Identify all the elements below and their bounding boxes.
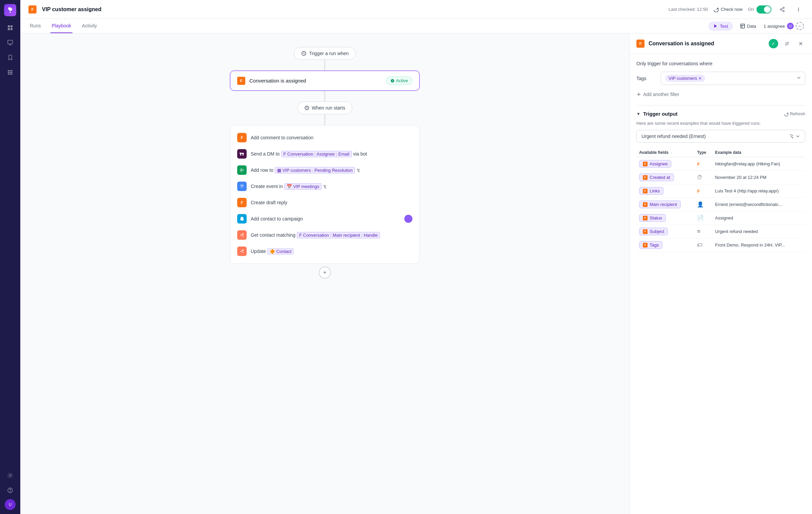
page-title: VIP customer assigned xyxy=(42,6,102,13)
field-tag-status[interactable]: FStatus xyxy=(639,214,666,222)
svg-point-14 xyxy=(9,475,11,476)
tab-activity[interactable]: Activity xyxy=(81,19,98,33)
trigger-node[interactable]: F Conversation is assigned Active xyxy=(230,71,420,91)
svg-point-16 xyxy=(10,492,10,492)
assignee-avatars: U xyxy=(786,22,794,30)
svg-point-9 xyxy=(9,72,11,73)
refresh-button[interactable]: Refresh xyxy=(784,111,805,116)
step-text-4: Create event in 📅 VIP meetings xyxy=(251,184,412,189)
step-send-dm[interactable]: Send a DM to F Conversation : Assignee :… xyxy=(230,146,419,162)
step-avatar-6 xyxy=(404,215,412,223)
when-run-starts-button[interactable]: When run starts xyxy=(297,101,353,114)
panel-expand-icon[interactable] xyxy=(782,39,792,48)
app-logo[interactable] xyxy=(4,4,16,16)
header-meta: Last checked: 12:50 Check now On xyxy=(669,4,804,15)
sidebar-item-grid[interactable] xyxy=(4,66,16,78)
check-now-button[interactable]: Check now xyxy=(713,7,742,12)
filter-value-container[interactable]: VIP customers ✕ xyxy=(661,72,805,85)
table-row: FLinks F Luis Test 4 (http://app.relay.a… xyxy=(636,184,805,198)
tab-runs[interactable]: Runs xyxy=(28,19,42,33)
svg-rect-31 xyxy=(240,153,242,154)
step-icon-hubspot-8 xyxy=(237,247,247,256)
share-icon[interactable] xyxy=(777,4,788,15)
step-create-event[interactable]: 31 Create event in 📅 VIP meetings xyxy=(230,178,419,194)
sidebar-item-play[interactable] xyxy=(4,22,16,34)
active-toggle[interactable] xyxy=(757,5,771,14)
svg-rect-2 xyxy=(8,28,10,30)
field-tag-assignee[interactable]: FAssignee xyxy=(639,160,671,168)
step-add-row[interactable]: Add row to ▦ VIP customers · Pending Res… xyxy=(230,162,419,178)
settings-icon[interactable] xyxy=(4,469,16,482)
type-icon-tags: 🏷 xyxy=(697,242,702,248)
svg-rect-30 xyxy=(243,153,244,156)
trigger-run-button[interactable]: Trigger a run when xyxy=(294,47,356,60)
main-area: F VIP customer assigned Last checked: 12… xyxy=(20,0,812,514)
table-row: FTags 🏷 Front Demo, Respond in 24H, VIP.… xyxy=(636,238,805,252)
type-icon-links: F xyxy=(697,189,700,194)
svg-rect-1 xyxy=(10,25,13,27)
node-logo: F xyxy=(237,77,245,85)
user-avatar[interactable]: U xyxy=(5,499,16,510)
more-options-icon[interactable] xyxy=(793,4,804,15)
test-button[interactable]: Test xyxy=(708,22,733,31)
field-tag-created-at[interactable]: FCreated at xyxy=(639,173,674,181)
step-get-contact[interactable]: Get contact matching F Conversation : Ma… xyxy=(230,227,419,243)
svg-point-19 xyxy=(780,9,782,10)
section-divider xyxy=(636,105,805,106)
type-icon-main-recipient: 👤 xyxy=(697,202,704,207)
content-area: Trigger a run when F Conversation is ass… xyxy=(20,33,812,514)
field-tag-tags[interactable]: FTags xyxy=(639,241,662,249)
filter-tag-remove[interactable]: ✕ xyxy=(698,76,702,81)
svg-point-39 xyxy=(243,236,244,237)
add-filter-button[interactable]: Add another filter xyxy=(636,90,805,98)
active-badge: Active xyxy=(386,76,412,85)
step-add-contact[interactable]: Add contact to campaign xyxy=(230,211,419,227)
type-icon-created-at: ⏱ xyxy=(697,174,702,180)
last-checked-text: Last checked: 12:50 xyxy=(669,7,708,12)
connector-2 xyxy=(324,91,325,101)
step-icon-front-5: F xyxy=(237,198,247,207)
svg-point-42 xyxy=(243,252,244,253)
trigger-output-toggle[interactable]: ▼ xyxy=(636,112,640,116)
example-selector[interactable]: Urgent refund needed (Ernest) xyxy=(636,130,805,143)
output-description: Here are some recent examples that would… xyxy=(636,121,805,126)
tab-playbook[interactable]: Playbook xyxy=(50,19,73,33)
panel-body: Only trigger for conversations where Tag… xyxy=(630,54,812,514)
col-header-fields: Available fields ↓ xyxy=(636,148,694,157)
add-assignee-button[interactable]: + xyxy=(796,22,804,30)
step-update[interactable]: Update 🔶 Contact xyxy=(230,243,419,259)
step-icon-front-1: F xyxy=(237,133,247,142)
assignee-section[interactable]: 1 assignee U + xyxy=(764,22,804,30)
col-header-type: Type xyxy=(694,148,712,157)
table-row: FCreated at ⏱ November 20 at 12:24 PM xyxy=(636,171,805,184)
table-row: FAssignee F hikingfan@relay.app (Hiking … xyxy=(636,157,805,171)
step-text-8: Update 🔶 Contact xyxy=(251,249,412,254)
trigger-output-header: ▼ Trigger output Refresh xyxy=(636,111,805,117)
svg-point-6 xyxy=(9,70,11,71)
data-button[interactable]: Data xyxy=(737,22,760,31)
add-step-button[interactable]: + xyxy=(319,266,331,279)
toggle-label: On xyxy=(748,7,754,12)
panel-close-icon[interactable]: ✕ xyxy=(796,39,805,48)
step-create-draft[interactable]: F Create draft reply xyxy=(230,194,419,211)
svg-point-41 xyxy=(241,251,242,252)
field-tag-main-recipient[interactable]: FMain recipient xyxy=(639,201,681,208)
svg-point-22 xyxy=(798,10,799,11)
svg-point-20 xyxy=(798,7,799,8)
filter-dropdown-icon[interactable] xyxy=(797,76,801,81)
svg-text:31: 31 xyxy=(241,186,243,188)
fields-table: Available fields ↓ Type Example data FAs… xyxy=(636,148,805,252)
svg-point-8 xyxy=(8,72,9,73)
trigger-output-title: Trigger output xyxy=(643,111,781,117)
svg-point-7 xyxy=(11,70,13,71)
sidebar-item-bookmark[interactable] xyxy=(4,51,16,64)
step-add-comment[interactable]: F Add comment to conversation xyxy=(230,130,419,146)
help-icon[interactable] xyxy=(4,484,16,496)
panel-logo: F xyxy=(636,40,645,48)
field-tag-subject[interactable]: FSubject xyxy=(639,228,668,235)
step-text-5: Create draft reply xyxy=(251,200,412,205)
svg-point-5 xyxy=(8,70,9,71)
field-tag-links[interactable]: FLinks xyxy=(639,187,663,195)
sort-icon[interactable]: ↓ xyxy=(671,151,673,155)
sidebar-item-monitor[interactable] xyxy=(4,37,16,49)
